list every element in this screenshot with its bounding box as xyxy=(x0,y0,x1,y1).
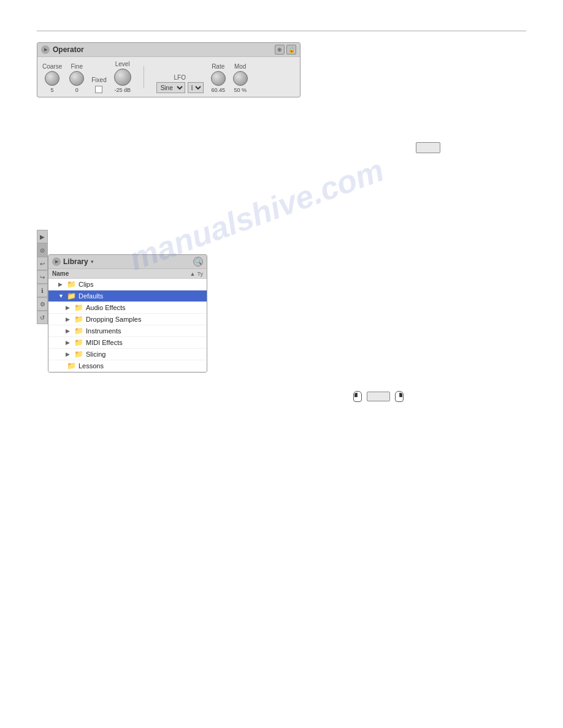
defaults-folder-icon: 📁 xyxy=(67,292,76,300)
clips-label: Clips xyxy=(79,281,93,288)
coarse-group: Coarse 5 xyxy=(42,63,62,93)
fine-knob[interactable] xyxy=(69,71,84,86)
library-item-slicing[interactable]: ▶ 📁 Slicing xyxy=(48,349,207,360)
midi-effects-folder-icon: 📁 xyxy=(74,338,83,347)
fine-label: Fine xyxy=(71,63,83,70)
fixed-label: Fixed xyxy=(91,77,106,83)
lfo-label: LFO xyxy=(174,74,185,81)
slicing-folder-icon: 📁 xyxy=(74,350,83,358)
drag-box xyxy=(367,392,390,401)
coarse-value: 5 xyxy=(51,87,54,93)
library-sidebar-icons: ▶ ⊘ ↩ ↪ ℹ ⚙ ↺ xyxy=(37,230,48,324)
midi-effects-expand-arrow: ▶ xyxy=(66,339,72,346)
dropping-samples-expand-arrow: ▶ xyxy=(66,316,72,322)
sidebar-refresh-icon[interactable]: ↺ xyxy=(37,311,48,324)
operator-right-section: LFO Sine L ▼ Rate 60.45 xyxy=(156,63,248,93)
small-control-button[interactable] xyxy=(416,142,440,153)
library-titlebar-left: Library ▾ xyxy=(52,257,94,266)
library-column-header: Name ▲ Ty xyxy=(48,269,207,279)
operator-section-divider xyxy=(144,66,144,88)
sidebar-settings-icon[interactable]: ⚙ xyxy=(37,297,48,311)
fine-group: Fine 0 xyxy=(69,63,84,93)
audio-effects-expand-arrow: ▶ xyxy=(66,305,72,311)
lfo-group: LFO Sine L ▼ xyxy=(156,74,204,93)
library-item-defaults[interactable]: ▼ 📁 Defaults xyxy=(48,290,207,302)
mod-value: 50 % xyxy=(234,87,247,93)
operator-expand-icon[interactable]: ⊕ xyxy=(275,45,285,55)
library-item-midi-effects[interactable]: ▶ 📁 MIDI Effects xyxy=(48,337,207,349)
defaults-label: Defaults xyxy=(79,292,103,300)
dropping-samples-folder-icon: 📁 xyxy=(74,315,83,324)
operator-panel: Operator ⊕ 🔒 Coarse 5 Fine xyxy=(37,42,301,97)
sidebar-play-icon[interactable]: ▶ xyxy=(37,230,48,243)
library-item-instruments[interactable]: ▶ 📁 Instruments xyxy=(48,325,207,337)
defaults-expand-arrow: ▼ xyxy=(58,293,64,299)
operator-left-section: Coarse 5 Fine 0 Fixed Level xyxy=(42,61,131,93)
rate-value: 60.45 xyxy=(211,87,225,93)
library-col-name-label: Name xyxy=(52,270,69,277)
library-search-button[interactable]: 🔍 xyxy=(193,257,203,267)
instruments-folder-icon: 📁 xyxy=(74,327,83,335)
lfo-rate-dropdown[interactable]: L ▼ xyxy=(188,82,204,93)
operator-titlebar: Operator ⊕ 🔒 xyxy=(37,43,300,57)
fixed-group: Fixed xyxy=(91,77,106,93)
clips-folder-icon: 📁 xyxy=(67,280,76,289)
mouse-right-icon xyxy=(395,391,404,402)
library-item-dropping-samples[interactable]: ▶ 📁 Dropping Samples xyxy=(48,314,207,325)
level-label: Level xyxy=(115,61,130,67)
library-title: Library xyxy=(63,257,88,266)
operator-body: Coarse 5 Fine 0 Fixed Level xyxy=(37,57,300,97)
level-value: -25 dB xyxy=(114,87,131,93)
mod-label: Mod xyxy=(234,63,246,70)
library-item-audio-effects[interactable]: ▶ 📁 Audio Effects xyxy=(48,302,207,314)
library-col-sort-btn[interactable]: ▲ xyxy=(190,271,196,277)
rate-knob[interactable] xyxy=(211,71,226,86)
library-section: ▶ ⊘ ↩ ↪ ℹ ⚙ ↺ Library ▾ 🔍 Name xyxy=(37,230,526,373)
operator-play-button[interactable] xyxy=(41,45,50,54)
fixed-checkbox[interactable] xyxy=(95,86,102,93)
coarse-label: Coarse xyxy=(42,63,62,70)
coarse-knob[interactable] xyxy=(45,71,59,86)
level-knob[interactable] xyxy=(114,69,131,86)
slicing-expand-arrow: ▶ xyxy=(66,351,72,357)
instruments-expand-arrow: ▶ xyxy=(66,328,72,334)
audio-effects-label: Audio Effects xyxy=(86,304,126,311)
fine-value: 0 xyxy=(75,87,79,93)
slicing-label: Slicing xyxy=(86,351,105,358)
sidebar-undo-icon[interactable]: ↩ xyxy=(37,257,48,270)
library-dropdown-arrow[interactable]: ▾ xyxy=(91,259,94,265)
rate-group: Rate 60.45 xyxy=(211,63,226,93)
clips-expand-arrow: ▶ xyxy=(58,281,64,287)
sidebar-redo-icon[interactable]: ↪ xyxy=(37,270,48,284)
operator-titlebar-left: Operator xyxy=(41,45,84,54)
library-play-button[interactable] xyxy=(52,257,61,266)
mouse-left-icon xyxy=(353,391,362,402)
library-panel: Library ▾ 🔍 Name ▲ Ty ▶ 📁 Clips xyxy=(48,254,207,373)
library-item-clips[interactable]: ▶ 📁 Clips xyxy=(48,279,207,290)
dropping-samples-label: Dropping Samples xyxy=(86,316,142,323)
audio-effects-folder-icon: 📁 xyxy=(74,303,83,312)
lfo-waveform-select[interactable]: Sine xyxy=(156,82,185,93)
operator-titlebar-right: ⊕ 🔒 xyxy=(275,45,296,55)
mod-group: Mod 50 % xyxy=(233,63,248,93)
mouse-drag-row xyxy=(37,391,526,402)
level-group: Level -25 dB xyxy=(114,61,131,93)
library-tree: ▶ 📁 Clips ▼ 📁 Defaults ▶ 📁 Audio Effects xyxy=(48,279,207,372)
midi-effects-label: MIDI Effects xyxy=(86,339,123,346)
rate-label: Rate xyxy=(212,63,224,70)
library-titlebar: Library ▾ 🔍 xyxy=(48,255,207,269)
lessons-folder-icon: 📁 xyxy=(67,362,76,370)
text-spacer xyxy=(37,107,526,230)
library-col-type-btn[interactable]: Ty xyxy=(197,271,203,277)
library-item-lessons[interactable]: ▶ 📁 Lessons xyxy=(48,360,207,372)
mod-knob[interactable] xyxy=(233,71,248,86)
operator-title: Operator xyxy=(53,45,84,54)
lfo-controls: Sine L ▼ xyxy=(156,82,204,93)
lessons-label: Lessons xyxy=(79,362,104,370)
library-col-right: ▲ Ty xyxy=(190,271,203,277)
sidebar-info-icon[interactable]: ℹ xyxy=(37,284,48,297)
operator-lock-icon[interactable]: 🔒 xyxy=(286,45,296,55)
instruments-label: Instruments xyxy=(86,327,121,335)
section-divider xyxy=(37,31,526,31)
sidebar-browse-icon[interactable]: ⊘ xyxy=(37,243,48,257)
